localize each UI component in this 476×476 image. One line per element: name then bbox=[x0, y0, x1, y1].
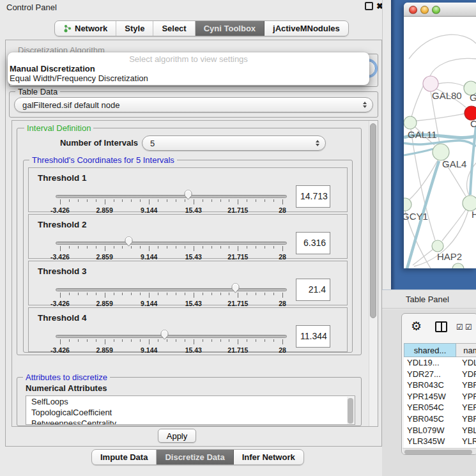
threshold-value-field[interactable]: 6.316 bbox=[296, 232, 330, 254]
number-of-intervals-value: 5 bbox=[150, 139, 155, 148]
cell-name[interactable]: YDL19 bbox=[462, 358, 476, 367]
threshold-row: Threshold 2-3.4262.8599.14415.4321.71528… bbox=[28, 214, 348, 259]
slider-tick bbox=[273, 339, 274, 342]
network-node[interactable] bbox=[404, 198, 411, 211]
horizontal-scrollbar-thumb[interactable] bbox=[404, 450, 472, 454]
threshold-value-field[interactable]: 11.344 bbox=[296, 325, 330, 348]
table-row[interactable]: YLR345WYLR345W bbox=[404, 436, 476, 447]
network-edge[interactable] bbox=[404, 149, 433, 155]
network-node[interactable] bbox=[404, 116, 417, 129]
slider-tick-label: 28 bbox=[279, 300, 286, 307]
cell-shared-name[interactable]: YBR043C bbox=[407, 380, 444, 390]
cell-name[interactable]: YBR045C bbox=[462, 414, 476, 424]
slider-thumb[interactable] bbox=[124, 236, 134, 247]
screen: Control Panel ✖ NetworkStyleSelectCyni T… bbox=[0, 0, 476, 476]
table-row[interactable]: YER054CYER054C bbox=[404, 402, 476, 413]
network-node[interactable] bbox=[423, 76, 438, 91]
tab-infer-network[interactable]: Infer Network bbox=[234, 450, 303, 464]
close-traffic-light-icon[interactable] bbox=[409, 6, 417, 14]
tab-network[interactable]: Network bbox=[55, 21, 116, 36]
cell-shared-name[interactable]: YLR345W bbox=[407, 436, 445, 446]
slider-tick-label: 21.715 bbox=[227, 206, 248, 214]
cell-shared-name[interactable]: YPR145W bbox=[407, 392, 446, 401]
threshold-label: Threshold 3 bbox=[38, 266, 87, 276]
cell-name[interactable]: YER054C bbox=[462, 403, 476, 412]
network-window-titlebar[interactable] bbox=[404, 3, 476, 17]
network-edge[interactable] bbox=[413, 249, 433, 265]
network-edge[interactable] bbox=[411, 84, 424, 117]
cell-name[interactable]: YLR345W bbox=[462, 436, 476, 446]
threshold-label: Threshold 4 bbox=[38, 313, 87, 323]
slider-ruler: -3.4262.8599.14415.4321.71528 bbox=[60, 199, 282, 212]
table-data-combo[interactable]: galFiltered.sif default node bbox=[14, 97, 373, 112]
cell-shared-name[interactable]: YBR045C bbox=[407, 414, 444, 424]
cell-shared-name[interactable]: YBL079W bbox=[407, 426, 445, 435]
slider-tick-label: -3.426 bbox=[50, 206, 70, 214]
network-edge[interactable] bbox=[430, 58, 476, 76]
threshold-value-field[interactable]: 21.4 bbox=[296, 279, 330, 301]
table-row[interactable]: YDL19...YDL19 bbox=[404, 357, 476, 369]
tab-impute-data[interactable]: Impute Data bbox=[92, 450, 157, 464]
attribute-list-item[interactable]: TopologicalCoefficient bbox=[26, 407, 355, 418]
number-of-intervals-combo[interactable]: 5 bbox=[142, 135, 326, 151]
algorithm-option[interactable]: Manual Discretization bbox=[8, 64, 369, 73]
zoom-traffic-light-icon[interactable] bbox=[432, 6, 440, 14]
cell-shared-name[interactable]: YDL19... bbox=[407, 358, 440, 367]
slider-tick-label: 21.715 bbox=[227, 346, 248, 354]
panel-splitter[interactable] bbox=[382, 0, 391, 289]
network-edge[interactable] bbox=[417, 114, 464, 121]
table-row[interactable]: YBL079WYBL079W bbox=[404, 425, 476, 436]
gear-icon[interactable]: ⚙ bbox=[411, 319, 422, 334]
list-scrollbar-thumb[interactable] bbox=[348, 398, 353, 424]
column-header-shared-name[interactable]: shared... bbox=[404, 343, 456, 357]
vertical-scrollbar-thumb[interactable] bbox=[370, 123, 376, 318]
slider-thumb[interactable] bbox=[160, 329, 169, 341]
network-edge[interactable] bbox=[409, 35, 476, 59]
slider-thumb[interactable] bbox=[231, 282, 240, 294]
network-canvas[interactable]: GAL80GACGAL11GAL4GCY1HHAP2 bbox=[404, 17, 476, 268]
table-row[interactable]: YPR145WYPR145W bbox=[404, 391, 476, 403]
interval-group-title: Interval Definition bbox=[24, 123, 93, 133]
tab-label: Impute Data bbox=[100, 452, 148, 462]
network-node[interactable] bbox=[432, 240, 443, 252]
tab-select[interactable]: Select bbox=[153, 21, 195, 36]
tab-jactivemnodules[interactable]: jActiveMNodules bbox=[265, 21, 348, 36]
network-node[interactable] bbox=[452, 263, 464, 268]
algorithm-option[interactable]: Equal Width/Frequency Discretization bbox=[8, 73, 369, 83]
checkbox-icon[interactable]: ☑ bbox=[456, 323, 463, 332]
attribute-list-item[interactable]: BetweennessCentrality bbox=[26, 418, 355, 425]
numerical-attributes-list[interactable]: SelfLoopsTopologicalCoefficientBetweenne… bbox=[26, 395, 355, 425]
threshold-value-field[interactable]: 14.713 bbox=[296, 185, 330, 208]
table-row[interactable]: YDR27...YDR27 bbox=[404, 369, 476, 380]
apply-button[interactable]: Apply bbox=[158, 429, 196, 443]
cell-shared-name[interactable]: YER054C bbox=[407, 403, 444, 412]
tab-cyni-toolbox[interactable]: Cyni Toolbox bbox=[196, 21, 265, 36]
slider-track[interactable] bbox=[56, 242, 287, 245]
slider-tick bbox=[158, 293, 158, 295]
cell-name[interactable]: YBR043C bbox=[462, 380, 476, 390]
tab-label: Discretize Data bbox=[165, 452, 224, 462]
split-columns-icon[interactable] bbox=[435, 321, 447, 332]
table-row[interactable]: YBR045CYBR045C bbox=[404, 413, 476, 425]
cell-shared-name[interactable]: YDR27... bbox=[407, 369, 441, 379]
horizontal-scrollbar-track[interactable] bbox=[403, 448, 476, 455]
cell-name[interactable]: YDR27 bbox=[462, 369, 476, 379]
cell-name[interactable]: YBL079W bbox=[462, 426, 476, 435]
slider-thumb[interactable] bbox=[183, 189, 193, 201]
attribute-list-item[interactable]: SelfLoops bbox=[26, 396, 355, 407]
slider-track[interactable] bbox=[56, 195, 287, 198]
tab-discretize-data[interactable]: Discretize Data bbox=[157, 450, 233, 464]
list-scrollbar-track[interactable] bbox=[347, 397, 355, 425]
slider-track[interactable] bbox=[56, 335, 287, 338]
network-edge[interactable] bbox=[438, 83, 464, 86]
column-header-name[interactable]: name bbox=[456, 343, 476, 357]
float-window-icon[interactable] bbox=[365, 2, 373, 10]
minimize-traffic-light-icon[interactable] bbox=[420, 6, 429, 14]
checkbox-icon[interactable]: ☑ bbox=[465, 323, 472, 332]
slider-tick bbox=[265, 339, 265, 342]
table-row[interactable]: YBR043CYBR043C bbox=[404, 380, 476, 391]
cell-name[interactable]: YPR145W bbox=[462, 392, 476, 401]
slider-track[interactable] bbox=[56, 288, 287, 291]
tab-style[interactable]: Style bbox=[116, 21, 153, 36]
table-data-group-title: Table Data bbox=[15, 87, 60, 96]
